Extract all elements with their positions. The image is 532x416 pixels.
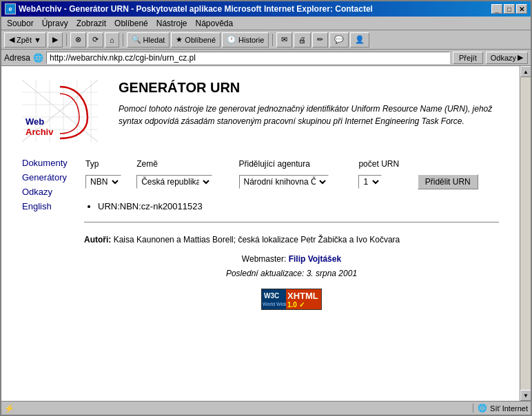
svg-text:W3C: W3C: [264, 292, 279, 300]
authors-names: Kaisa Kaunonen a Mattias Borell; česká l…: [114, 235, 400, 245]
typ-cell: NBN: [84, 173, 135, 191]
main-section: Typ Země Přidělující agentura počet URN: [84, 158, 499, 310]
scrollbar-down-button[interactable]: ▼: [520, 390, 531, 401]
messenger-button[interactable]: 👤: [350, 32, 369, 48]
status-bar: ⚡ 🌐 Síť Internet: [1, 401, 531, 415]
address-icon: 🌐: [33, 53, 43, 63]
status-right: 🌐 Síť Internet: [473, 404, 528, 413]
title-bar-buttons: _ □ ✕: [491, 4, 527, 14]
pocet-select[interactable]: 1: [358, 175, 382, 189]
address-input[interactable]: [46, 52, 450, 64]
refresh-button[interactable]: ⟳: [88, 32, 103, 48]
table-row: NBN Česká republika: [84, 173, 499, 191]
toolbar-sep-1: [66, 34, 67, 46]
nav-generatory[interactable]: Generátory: [22, 172, 84, 183]
menu-soubor[interactable]: Soubor: [3, 17, 38, 30]
urn-form-table: Typ Země Přidělující agentura počet URN: [84, 158, 499, 191]
w3c-badge[interactable]: W3C World Wide Web XHTML 1.0 ✓: [261, 289, 322, 310]
content-area: Web Archiv GENERÁTOR URN Pomocí tohoto n…: [1, 66, 531, 401]
back-dropdown-icon: ▼: [34, 36, 41, 44]
left-nav: Dokumenty Generátory Odkazy English: [22, 158, 84, 310]
col-typ-header: Typ: [84, 158, 135, 173]
history-label: Historie: [238, 36, 264, 44]
edit-icon: ✏: [317, 35, 323, 44]
svg-text:Web: Web: [25, 116, 44, 127]
print-button[interactable]: 🖨: [294, 32, 311, 48]
menu-upravy[interactable]: Úpravy: [38, 17, 72, 30]
home-icon: ⌂: [110, 36, 114, 44]
back-button[interactable]: ◀ Zpět ▼: [4, 32, 46, 48]
stop-button[interactable]: ⊗: [70, 32, 86, 48]
agentura-select[interactable]: Národní knihovna ČR: [239, 175, 329, 189]
app-icon: e: [5, 3, 16, 14]
back-label: Zpět: [17, 36, 32, 44]
maximize-button[interactable]: □: [504, 4, 515, 14]
menu-oblibene[interactable]: Oblíbené: [110, 17, 152, 30]
browser-window: e WebArchiv - Generátor URN - Poskytovat…: [0, 0, 532, 416]
scrollbar-track[interactable]: [520, 77, 531, 390]
webmaster-line: Webmaster: Filip Vojtášek: [84, 252, 499, 267]
minimize-button[interactable]: _: [491, 4, 502, 14]
status-left: ⚡: [4, 404, 470, 413]
back-arrow-icon: ◀: [9, 35, 14, 44]
forward-button[interactable]: ▶: [48, 32, 63, 48]
go-button[interactable]: Přejít: [453, 52, 483, 64]
zeme-cell: Česká republika: [135, 173, 237, 191]
discuss-icon: 💬: [334, 35, 344, 44]
nav-odkazy[interactable]: Odkazy: [22, 187, 84, 197]
menu-napoveda[interactable]: Nápověda: [191, 17, 237, 30]
stop-icon: ⊗: [75, 35, 81, 44]
priidelit-urn-button[interactable]: Přidělit URN: [418, 174, 478, 189]
links-button[interactable]: Odkazy ▶: [486, 52, 528, 64]
svg-text:1.0 ✓: 1.0 ✓: [287, 301, 305, 309]
menu-zobrazit[interactable]: Zobrazit: [72, 17, 110, 30]
search-button[interactable]: 🔍 Hledat: [127, 32, 170, 48]
col-pocet-header: počet URN: [357, 158, 416, 173]
svg-text:XHTML: XHTML: [287, 291, 318, 301]
favorites-label: Oblíbené: [185, 36, 216, 44]
w3c-badge-svg: W3C World Wide Web XHTML 1.0 ✓: [262, 289, 322, 310]
nav-dokumenty[interactable]: Dokumenty: [22, 158, 84, 168]
menu-nastroje[interactable]: Nástroje: [152, 17, 192, 30]
history-button[interactable]: 🕐 Historie: [222, 32, 269, 48]
discuss-button[interactable]: 💬: [329, 32, 349, 48]
status-icon: ⚡: [4, 404, 14, 413]
svg-text:Archiv: Archiv: [25, 127, 54, 137]
close-button[interactable]: ✕: [516, 4, 527, 14]
forward-icon: ▶: [52, 35, 58, 44]
pocet-cell: 1: [357, 173, 416, 191]
footer-section: Autoři: Kaisa Kaunonen a Mattias Borell;…: [84, 233, 499, 310]
address-label: Adresa: [4, 53, 30, 63]
webmaster-name[interactable]: Filip Vojtášek: [289, 254, 341, 264]
links-label: Odkazy: [491, 54, 516, 62]
update-line: Poslední aktualizace: 3. srpna 2001: [84, 267, 499, 282]
search-label: Hledat: [143, 36, 165, 44]
logo-area: Web Archiv: [22, 80, 105, 144]
history-icon: 🕐: [227, 35, 236, 44]
divider: [84, 222, 499, 222]
page-title-area: GENERÁTOR URN Pomocí tohoto nástroje lze…: [119, 80, 499, 144]
status-zone: Síť Internet: [490, 404, 528, 413]
agentura-cell: Národní knihovna ČR: [238, 173, 358, 191]
favorites-button[interactable]: ★ Oblíbené: [171, 32, 221, 48]
search-icon: 🔍: [132, 35, 141, 44]
title-bar: e WebArchiv - Generátor URN - Poskytovat…: [1, 1, 531, 17]
address-bar: Adresa 🌐 Přejít Odkazy ▶: [1, 50, 531, 66]
home-button[interactable]: ⌂: [105, 32, 119, 48]
page-header: Web Archiv GENERÁTOR URN Pomocí tohoto n…: [22, 80, 499, 144]
mail-button[interactable]: ✉: [276, 32, 292, 48]
messenger-icon: 👤: [355, 35, 365, 44]
scrollbar: ▲ ▼: [520, 66, 531, 401]
zeme-select[interactable]: Česká republika: [136, 175, 212, 189]
typ-select[interactable]: NBN: [85, 175, 121, 189]
edit-button[interactable]: ✏: [312, 32, 328, 48]
main-content: Web Archiv GENERÁTOR URN Pomocí tohoto n…: [1, 66, 520, 401]
webmaster-label: Webmaster:: [242, 254, 286, 264]
page-description: Pomocí tohoto nástroje lze generovat jed…: [119, 103, 499, 127]
scrollbar-up-button[interactable]: ▲: [520, 66, 531, 77]
urn-value: URN:NBN:cz-nk20011523: [98, 201, 499, 211]
globe-icon: 🌐: [478, 404, 487, 413]
toolbar-sep-2: [123, 34, 123, 46]
mail-icon: ✉: [281, 35, 287, 44]
nav-english[interactable]: English: [22, 201, 84, 211]
